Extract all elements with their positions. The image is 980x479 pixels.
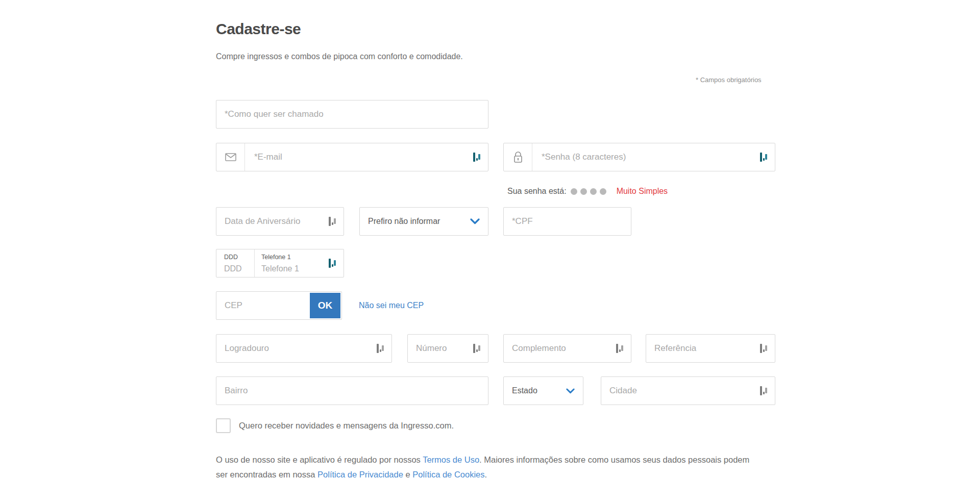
- chevron-down-icon: [470, 218, 480, 224]
- cep-help-link[interactable]: Não sei meu CEP: [359, 301, 424, 310]
- email-input[interactable]: [216, 143, 488, 171]
- city-field: [601, 376, 775, 405]
- phone1-input[interactable]: Telefone 1: [261, 264, 299, 273]
- terms-text: e: [403, 470, 412, 479]
- password-manager-autofill-icon[interactable]: [760, 343, 768, 354]
- phone-field: DDD DDD Telefone 1 Telefone 1: [216, 249, 344, 278]
- password-manager-autofill-icon[interactable]: [616, 343, 624, 354]
- nickname-field: [216, 100, 488, 129]
- district-field: [216, 376, 488, 405]
- birthdate-input[interactable]: [216, 208, 344, 235]
- password-manager-autofill-icon[interactable]: [473, 343, 481, 354]
- password-manager-autofill-icon[interactable]: [473, 152, 481, 162]
- number-field: [407, 334, 488, 363]
- newsletter-row: Quero receber novidades e mensagens da I…: [216, 418, 454, 433]
- state-select[interactable]: Estado: [503, 376, 583, 405]
- district-input[interactable]: [216, 377, 488, 405]
- password-manager-autofill-icon[interactable]: [760, 152, 768, 162]
- complement-input[interactable]: [504, 335, 631, 362]
- password-input[interactable]: [504, 143, 775, 171]
- street-input[interactable]: [216, 335, 391, 362]
- phone1-label: Telefone 1: [261, 254, 291, 261]
- street-field: [216, 334, 392, 363]
- newsletter-label: Quero receber novidades e mensagens da I…: [239, 421, 454, 431]
- signup-page: Cadastre-se Compre ingressos e combos de…: [0, 0, 980, 479]
- password-field: [503, 143, 775, 171]
- reference-input[interactable]: [646, 335, 775, 362]
- complement-field: [503, 334, 631, 363]
- password-strength-dots: [571, 188, 606, 195]
- cpf-input[interactable]: [504, 208, 631, 235]
- cpf-field: [503, 207, 631, 236]
- password-strength-label: Sua senha está:: [507, 187, 567, 196]
- password-manager-autofill-icon[interactable]: [329, 258, 336, 268]
- lock-icon: [504, 143, 532, 171]
- terms-of-use-link[interactable]: Termos de Uso: [423, 455, 479, 464]
- gender-select[interactable]: Prefiro não informar: [359, 207, 488, 236]
- ddd-label: DDD: [224, 254, 238, 261]
- cep-ok-button[interactable]: OK: [310, 293, 340, 318]
- privacy-policy-link[interactable]: Política de Privacidade: [317, 470, 403, 479]
- divider: [254, 249, 255, 277]
- strength-dot: [580, 188, 587, 195]
- ddd-input[interactable]: DDD: [224, 264, 242, 273]
- cep-field: OK: [216, 291, 342, 320]
- chevron-down-icon: [566, 388, 575, 394]
- password-manager-autofill-icon[interactable]: [760, 386, 768, 396]
- gender-select-value: Prefiro não informar: [368, 217, 470, 226]
- birthdate-field: [216, 207, 344, 236]
- page-subtitle: Compre ingressos e combos de pipoca com …: [216, 52, 463, 61]
- password-manager-autofill-icon[interactable]: [329, 216, 336, 226]
- page-title: Cadastre-se: [216, 20, 301, 38]
- strength-dot: [600, 188, 606, 195]
- terms-text: O uso de nosso site e aplicativo é regul…: [216, 455, 423, 464]
- terms-text: .: [485, 470, 487, 479]
- state-select-value: Estado: [512, 386, 566, 395]
- password-manager-autofill-icon[interactable]: [377, 343, 384, 354]
- password-strength: Sua senha está: Muito Simples: [507, 187, 668, 196]
- password-strength-level: Muito Simples: [617, 187, 668, 196]
- required-fields-note: * Campos obrigatórios: [696, 76, 762, 84]
- email-field: [216, 143, 488, 171]
- newsletter-checkbox[interactable]: [216, 418, 231, 433]
- nickname-input[interactable]: [216, 100, 488, 128]
- reference-field: [646, 334, 775, 363]
- envelope-icon: [216, 143, 245, 171]
- strength-dot: [571, 188, 577, 195]
- terms-paragraph: O uso de nosso site e aplicativo é regul…: [216, 452, 754, 479]
- city-input[interactable]: [601, 377, 775, 405]
- strength-dot: [590, 188, 597, 195]
- cookies-policy-link[interactable]: Política de Cookies: [412, 470, 484, 479]
